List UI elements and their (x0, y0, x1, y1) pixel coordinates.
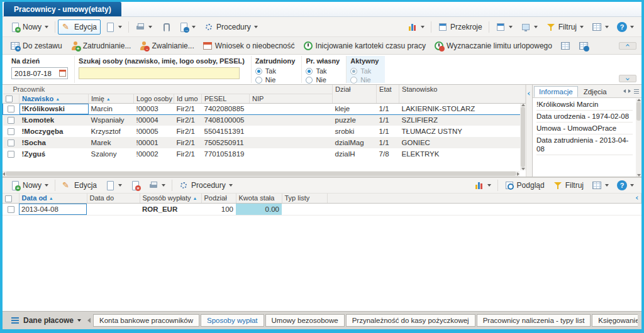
tab-konta-bankowe[interactable]: Konta bankowe pracowników (93, 314, 199, 327)
export-button[interactable] (175, 19, 199, 35)
procedures-button[interactable]: Procedury (200, 19, 262, 35)
horizontal-scrollbar[interactable] (3, 171, 519, 177)
column-header-nazwisko[interactable]: Nazwisko (19, 94, 89, 103)
dismiss-button[interactable]: Zwalnianie... (135, 38, 197, 53)
absence-request-button[interactable]: Wniosek o nieobecność (199, 38, 299, 53)
time-card-init-button[interactable]: Inicjowanie kartoteki czasu pracy (299, 38, 430, 53)
detail-delete-button[interactable] (126, 178, 144, 193)
hire-button[interactable]: Zatrudnianie... (67, 38, 135, 53)
scroll-up-icon[interactable] (637, 99, 641, 101)
print-button[interactable] (131, 19, 156, 35)
own-worker-no-option[interactable]: Nie (306, 75, 340, 84)
tab-informacje[interactable]: Informacje (534, 86, 578, 97)
add-to-set-button[interactable]: Do zestawu (6, 38, 66, 53)
radio-selected-icon[interactable] (306, 68, 313, 75)
vacation-limit-button[interactable]: Wyznaczanie limitu urlopowego (430, 38, 556, 53)
grid-tool-button-2[interactable] (575, 38, 592, 53)
scroll-left-icon[interactable] (3, 172, 5, 176)
column-header-id-umowy[interactable]: Id umo (174, 94, 202, 103)
tab-umowy-bezosobowe[interactable]: Umowy bezosobowe (265, 314, 345, 327)
analysis-chart-button[interactable] (404, 19, 428, 35)
employed-yes-option[interactable]: Tak (255, 67, 296, 75)
detail-print-button[interactable] (145, 178, 169, 193)
display-button[interactable] (517, 19, 541, 35)
row-checkbox[interactable] (8, 117, 14, 124)
column-header-data-od[interactable]: Data od (19, 194, 87, 203)
employee-row[interactable]: !SochaMarek!00001Fir2/17505250911dzialMa… (3, 137, 526, 148)
payroll-data-menu[interactable]: Dane płacowe (6, 314, 85, 327)
column-header-podzial[interactable]: Podział (201, 194, 236, 203)
column-header-sposob[interactable]: Sposób wypłaty (140, 194, 201, 203)
row-checkbox[interactable] (8, 128, 14, 135)
scroll-down-icon[interactable] (637, 174, 641, 177)
scroll-up-icon[interactable] (521, 104, 525, 106)
payment-row[interactable]: 2013-04-08ROR_EUR1000.00 (3, 203, 641, 215)
tab-kasa-pozyczkowa[interactable]: Przynależność do kasy pożyczkowej (346, 314, 475, 327)
column-header-kwota[interactable]: Kwota stała (236, 194, 282, 203)
employee-row[interactable]: !MoczygębaKrzysztof!00005Fir2/1550415139… (3, 126, 526, 137)
detail-duplicate-button[interactable] (101, 178, 126, 193)
tab-ksiegowanie[interactable]: Księgowanie - symb (592, 314, 638, 327)
vertical-scrollbar[interactable] (520, 104, 526, 170)
tab-menu-icon[interactable] (633, 88, 640, 94)
detail-help-button[interactable] (613, 178, 638, 193)
grid-settings-button[interactable] (588, 19, 613, 35)
filter-button[interactable]: Filtruj (542, 19, 587, 35)
edit-button[interactable]: Edycja (58, 19, 101, 35)
window-title-tab[interactable]: Pracownicy - umowy(etaty) (4, 2, 121, 16)
preview-button[interactable]: Podgląd (501, 178, 548, 193)
select-all-checkbox[interactable] (5, 195, 12, 202)
employee-row[interactable]: !ZyguśSzalony!00002Fir2/17701051819dzial… (3, 148, 526, 160)
window-options-button[interactable] (492, 19, 516, 35)
collapse-toolbar-button[interactable] (619, 42, 636, 50)
tabs-scroll-left-icon[interactable] (87, 318, 91, 323)
row-checkbox[interactable] (8, 106, 14, 112)
detail-new-button[interactable]: Nowy (6, 178, 52, 193)
employed-no-option[interactable]: Nie (255, 75, 296, 84)
column-header-etat[interactable]: Etat (377, 85, 399, 103)
scroll-down-icon[interactable] (521, 168, 525, 170)
employee-row[interactable]: !KrólikowskiMarcin!00003Fir2/17402080885… (3, 103, 526, 114)
help-button[interactable] (613, 19, 638, 35)
tab-scroll-left-icon[interactable] (623, 89, 626, 93)
band-header[interactable]: Pracownik (3, 85, 333, 94)
column-header-data-do[interactable]: Data do (87, 194, 140, 203)
scrollbar-thumb[interactable] (636, 102, 641, 121)
column-header-nip[interactable]: NIP (250, 94, 333, 103)
duplicate-button[interactable] (101, 19, 126, 35)
new-button[interactable]: Nowy (6, 19, 52, 35)
select-all-header[interactable] (3, 94, 19, 103)
employee-row[interactable]: !ŁomotekWspaniały!00004Fir2/17408100005p… (3, 114, 526, 126)
own-worker-yes-option[interactable]: Tak (306, 67, 340, 75)
column-header-stanowisko[interactable]: Stanowisko (399, 85, 526, 103)
row-checkbox[interactable] (8, 139, 14, 146)
column-header-logo[interactable]: Logo osoby (134, 94, 174, 103)
detail-edit-button[interactable]: Edycja (58, 178, 101, 193)
radio-icon[interactable] (255, 77, 262, 84)
scrollbar-thumb[interactable] (6, 172, 516, 176)
radio-selected-icon[interactable] (255, 68, 262, 75)
detail-filter-button[interactable]: Filtruj (549, 178, 587, 193)
select-all-header[interactable] (3, 194, 19, 203)
column-header-pesel[interactable]: PESEL (202, 94, 250, 103)
detail-chart-button[interactable] (470, 178, 495, 193)
scroll-right-icon[interactable] (517, 172, 519, 176)
detail-procedures-button[interactable]: Procedury (175, 178, 236, 193)
tab-zdjecie[interactable]: Zdjęcia (579, 86, 612, 97)
grid-tool-button-1[interactable] (557, 38, 574, 53)
row-checkbox[interactable] (8, 151, 14, 158)
radio-icon[interactable] (306, 77, 313, 84)
collapse-filter-button[interactable] (619, 75, 636, 82)
attachment-button[interactable] (157, 19, 174, 35)
views-button[interactable]: Przekroje (434, 19, 486, 35)
column-header-imie[interactable]: Imię (89, 94, 134, 103)
panel-splitter[interactable] (526, 85, 532, 177)
row-checkbox[interactable] (8, 206, 14, 213)
tab-typy-list[interactable]: Pracownicy naliczenia - typy list (477, 314, 591, 327)
select-all-checkbox[interactable] (6, 96, 13, 102)
info-scrollbar[interactable] (636, 99, 641, 177)
detail-grid-settings-button[interactable] (588, 178, 613, 193)
tab-scroll-right-icon[interactable] (628, 89, 631, 93)
column-header-typ-listy[interactable]: Typ listy (282, 194, 327, 203)
column-header-dzial[interactable]: Dział (333, 85, 377, 103)
